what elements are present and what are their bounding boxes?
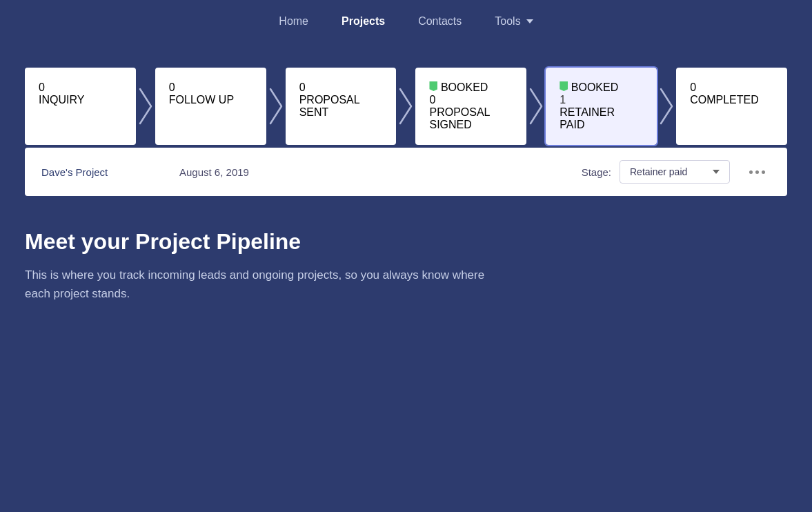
booked-icon-signed bbox=[429, 81, 437, 91]
project-row: Dave's Project August 6, 2019 Stage: Ret… bbox=[25, 148, 787, 196]
pipeline-stage-completed[interactable]: 0 COMPLETED bbox=[676, 68, 787, 145]
booked-label-retainer: BOOKED bbox=[571, 81, 618, 93]
tools-dropdown-icon bbox=[526, 19, 533, 23]
booked-label-signed: BOOKED bbox=[441, 81, 488, 93]
dot-3 bbox=[762, 170, 765, 174]
retainer-paid-label: RETAINERPAID bbox=[560, 106, 643, 131]
completed-label: COMPLETED bbox=[690, 94, 773, 106]
booked-badge-signed: BOOKED bbox=[429, 81, 513, 94]
followup-count: 0 bbox=[169, 81, 252, 94]
stage-label-text: Stage: bbox=[582, 166, 611, 178]
pipeline-stage-proposal-sent[interactable]: 0 PROPOSALSENT bbox=[286, 68, 397, 145]
booked-icon-retainer bbox=[560, 81, 568, 91]
inquiry-count: 0 bbox=[39, 81, 122, 94]
nav-tools-label: Tools bbox=[495, 15, 520, 28]
more-options-button[interactable] bbox=[744, 168, 771, 177]
proposal-signed-label: PROPOSALSIGNED bbox=[429, 106, 513, 131]
pipeline-stage-followup[interactable]: 0 FOLLOW UP bbox=[155, 68, 266, 145]
booked-badge-retainer: BOOKED bbox=[560, 81, 643, 94]
arrow-5 bbox=[657, 68, 676, 145]
stage-dropdown[interactable]: Retainer paid bbox=[620, 160, 730, 184]
project-name[interactable]: Dave's Project bbox=[41, 166, 179, 178]
pipeline-container: 0 INQUIRY 0 FOLLOW UP 0 PROPOSAL bbox=[25, 68, 787, 145]
dot-2 bbox=[755, 170, 759, 174]
retainer-paid-count: 1 bbox=[560, 94, 643, 106]
arrow-1 bbox=[136, 68, 155, 145]
dot-1 bbox=[749, 170, 753, 174]
main-content: 0 INQUIRY 0 FOLLOW UP 0 PROPOSAL bbox=[0, 40, 812, 303]
nav-tools[interactable]: Tools bbox=[495, 15, 533, 28]
pipeline-stage-proposal-signed[interactable]: BOOKED 0 PROPOSALSIGNED bbox=[415, 68, 526, 145]
nav-projects[interactable]: Projects bbox=[341, 15, 385, 28]
proposal-sent-count: 0 bbox=[299, 81, 383, 94]
main-nav: Home Projects Contacts Tools bbox=[0, 0, 812, 40]
welcome-title: Meet your Project Pipeline bbox=[25, 229, 787, 255]
completed-count: 0 bbox=[690, 81, 773, 94]
pipeline-stage-retainer-paid[interactable]: BOOKED 1 RETAINERPAID bbox=[546, 68, 657, 145]
nav-contacts[interactable]: Contacts bbox=[418, 15, 462, 28]
welcome-section: Meet your Project Pipeline This is where… bbox=[25, 196, 787, 303]
welcome-description: This is where you track incoming leads a… bbox=[25, 266, 494, 303]
followup-label: FOLLOW UP bbox=[169, 94, 252, 106]
inquiry-label: INQUIRY bbox=[39, 94, 122, 106]
stage-value: Retainer paid bbox=[630, 166, 687, 177]
proposal-sent-label: PROPOSALSENT bbox=[299, 94, 383, 119]
stage-dropdown-icon bbox=[713, 170, 720, 174]
pipeline-stage-inquiry[interactable]: 0 INQUIRY bbox=[25, 68, 136, 145]
arrow-2 bbox=[266, 68, 286, 145]
project-date: August 6, 2019 bbox=[179, 166, 582, 178]
arrow-3 bbox=[396, 68, 415, 145]
nav-home[interactable]: Home bbox=[279, 15, 308, 28]
proposal-signed-count: 0 bbox=[429, 94, 513, 106]
arrow-4 bbox=[526, 68, 546, 145]
